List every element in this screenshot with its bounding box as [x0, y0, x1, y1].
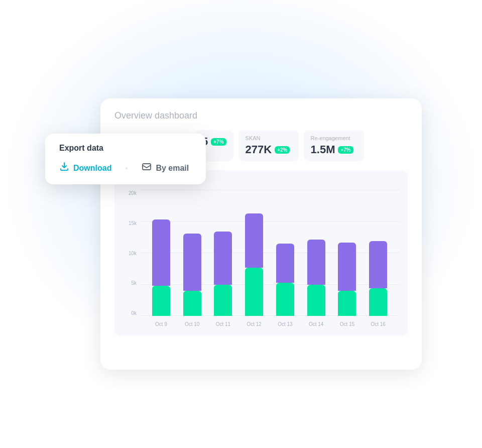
bar-purple [307, 240, 325, 285]
stat-badge-partial: +7% [211, 138, 226, 146]
bar-teal [214, 285, 232, 316]
stat-value-row-reengagement: 1.5M +7% [311, 143, 357, 156]
y-axis-label: 15k [124, 220, 139, 226]
bar-teal [183, 291, 201, 316]
x-axis-label: Oct 16 [366, 321, 390, 327]
export-options: Download By email [59, 162, 192, 174]
stat-value-skan: 277K [246, 143, 272, 156]
download-label: Download [73, 164, 111, 173]
x-axis-label: Oct 9 [149, 321, 173, 327]
bar-purple [214, 232, 232, 285]
y-axis-label: 10k [124, 251, 139, 256]
chart-area: Attribution 0k5k10k15k20k Oct 9Oct 10Oct… [114, 170, 408, 336]
stat-value-row-skan: 277K +2% [246, 143, 292, 156]
export-popup-title: Export data [59, 144, 192, 153]
y-axis-label: 0k [124, 310, 139, 316]
stat-card-reengagement: Re-engagement 1.5M +7% [304, 130, 364, 161]
x-axis-label: Oct 11 [211, 321, 235, 327]
chart-container: 0k5k10k15k20k Oct 9Oct 10Oct 11Oct 12Oct… [124, 190, 399, 331]
chart-inner [141, 190, 399, 316]
x-axis-label: Oct 14 [304, 321, 328, 327]
bar-purple [183, 234, 201, 291]
bar-group [366, 241, 390, 316]
stats-row: 5 +7% SKAN 277K +2% Re-engagement 1.5M +… [195, 130, 408, 161]
bar-group [273, 244, 297, 316]
bar-teal [338, 291, 356, 316]
option-divider [126, 167, 128, 169]
bar-teal [369, 288, 387, 316]
bar-purple [152, 219, 170, 286]
stat-value-reengagement: 1.5M [311, 143, 335, 156]
bar-purple [369, 241, 387, 288]
x-axis-label: Oct 12 [242, 321, 266, 327]
x-axis-label: Oct 15 [335, 321, 359, 327]
bar-teal [152, 286, 170, 316]
bar-stack [214, 232, 232, 316]
dashboard-title: Overview dashboard [114, 110, 408, 121]
x-axis-label: Oct 13 [273, 321, 297, 327]
y-axis-label: 5k [124, 280, 139, 286]
stat-card-skan: SKAN 277K +2% [238, 130, 299, 161]
bar-group [211, 232, 235, 316]
bar-purple [245, 213, 263, 268]
export-popup: Export data Download [45, 134, 206, 184]
y-axis: 0k5k10k15k20k [124, 190, 139, 316]
bar-group [242, 213, 266, 316]
stat-badge-skan: +2% [275, 146, 290, 154]
stat-label-reengagement: Re-engagement [311, 135, 357, 141]
svg-rect-0 [143, 164, 151, 170]
x-labels: Oct 9Oct 10Oct 11Oct 12Oct 13Oct 14Oct 1… [141, 317, 399, 331]
scene-container: Overview dashboard 5 +7% SKAN 277K +2% R… [60, 68, 422, 380]
bar-group [149, 219, 173, 316]
email-icon [142, 162, 152, 174]
bar-stack [276, 244, 294, 316]
bars-container [141, 190, 399, 316]
bar-group [180, 234, 204, 316]
bar-stack [152, 219, 170, 316]
stat-badge-reengagement: +7% [338, 146, 353, 154]
bar-stack [307, 240, 325, 316]
y-axis-label: 20k [124, 190, 139, 196]
stat-label-skan: SKAN [246, 135, 292, 141]
bar-purple [276, 244, 294, 283]
bar-stack [183, 234, 201, 316]
bar-group [304, 240, 328, 316]
bar-stack [338, 243, 356, 316]
x-axis-label: Oct 10 [180, 321, 204, 327]
bar-teal [307, 285, 325, 316]
bar-purple [338, 243, 356, 291]
download-option[interactable]: Download [59, 162, 111, 174]
email-label: By email [156, 164, 189, 173]
bar-stack [369, 241, 387, 316]
bar-stack [245, 213, 263, 316]
email-option[interactable]: By email [142, 162, 189, 174]
download-icon [59, 162, 69, 174]
bar-teal [245, 268, 263, 316]
bar-teal [276, 283, 294, 316]
bar-group [335, 243, 359, 316]
